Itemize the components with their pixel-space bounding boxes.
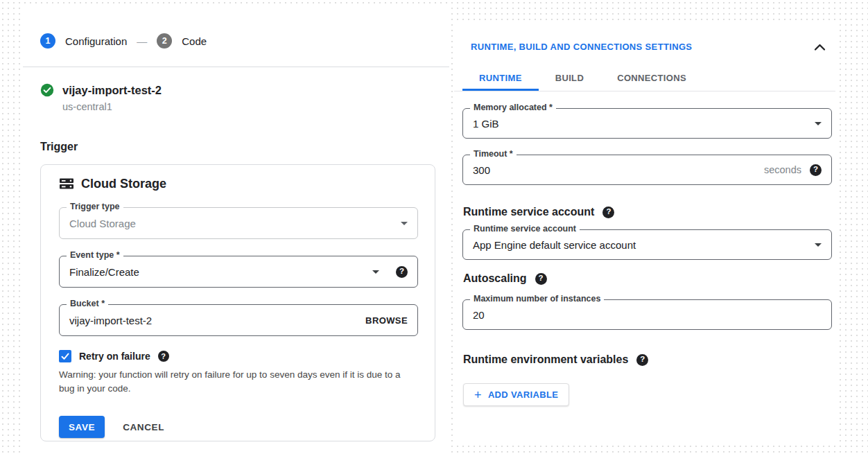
max-instances-value: 20: [473, 309, 822, 321]
chevron-up-icon[interactable]: [814, 43, 826, 51]
retry-label[interactable]: Retry on failure: [79, 351, 150, 362]
trigger-heading: Trigger: [40, 141, 78, 153]
tab-build[interactable]: BUILD: [539, 64, 600, 91]
timeout-unit: seconds: [764, 164, 801, 175]
env-vars-help-icon[interactable]: ?: [636, 354, 648, 366]
chevron-down-icon: [815, 243, 822, 247]
stepper-divider: [23, 67, 449, 67]
env-vars-heading-row: Runtime environment variables ?: [463, 353, 648, 366]
chevron-down-icon: [372, 270, 379, 274]
cancel-button[interactable]: CANCEL: [123, 422, 164, 432]
max-instances-input[interactable]: Maximum number of instances 20: [462, 299, 832, 330]
autoscaling-heading-row: Autoscaling ?: [463, 272, 547, 285]
chevron-down-icon: [815, 122, 822, 125]
max-instances-label: Maximum number of instances: [470, 294, 604, 304]
memory-allocated-label: Memory allocated *: [470, 103, 556, 112]
service-account-heading-row: Runtime service account ?: [463, 206, 614, 218]
trigger-type-select[interactable]: Trigger type Cloud Storage: [59, 207, 418, 239]
browse-button[interactable]: BROWSE: [365, 315, 408, 326]
timeout-input[interactable]: Timeout * 300 seconds ?: [462, 155, 832, 185]
tab-runtime[interactable]: RUNTIME: [462, 64, 539, 91]
page: { "icons": { "help_glyph": "?", "plus_gl…: [0, 0, 868, 456]
event-type-help-icon[interactable]: ?: [396, 266, 408, 278]
step-2-circle[interactable]: 2: [157, 33, 172, 49]
service-account-select[interactable]: Runtime service account App Engine defau…: [462, 229, 832, 260]
memory-allocated-select[interactable]: Memory allocated * 1 GiB: [462, 108, 832, 139]
trigger-card-title: Cloud Storage: [81, 177, 166, 191]
trigger-card: Cloud Storage Trigger type Cloud Storage…: [40, 164, 435, 441]
chevron-down-icon: [401, 222, 408, 225]
timeout-label: Timeout *: [470, 149, 517, 159]
tab-connections[interactable]: CONNECTIONS: [600, 64, 703, 91]
function-name-row: vijay-import-test-2: [40, 83, 162, 97]
function-name: vijay-import-test-2: [62, 84, 162, 97]
settings-header-link[interactable]: RUNTIME, BUILD AND CONNECTIONS SETTINGS: [471, 42, 692, 52]
service-account-help-icon[interactable]: ?: [602, 207, 614, 218]
retry-row: Retry on failure ?: [59, 350, 169, 362]
env-vars-heading: Runtime environment variables: [463, 353, 628, 366]
event-type-label: Event type *: [67, 250, 123, 260]
add-variable-label: ADD VARIABLE: [488, 389, 558, 400]
autoscaling-help-icon[interactable]: ?: [535, 273, 547, 285]
settings-tabs: RUNTIME BUILD CONNECTIONS: [454, 64, 835, 91]
event-type-value: Finalize/Create: [69, 266, 372, 278]
configuration-panel: 1 Configuration — 2 Code vijay-import-te…: [23, 7, 449, 456]
service-account-value: App Engine default service account: [473, 239, 815, 251]
service-account-heading: Runtime service account: [463, 206, 594, 218]
check-circle-icon: [40, 83, 54, 97]
retry-checkbox[interactable]: [59, 350, 71, 362]
step-separator: —: [137, 35, 147, 47]
card-actions: SAVE CANCEL: [59, 416, 164, 438]
save-button[interactable]: SAVE: [59, 416, 105, 438]
timeout-value: 300: [473, 164, 764, 176]
step-1-label[interactable]: Configuration: [65, 35, 127, 47]
trigger-type-value: Cloud Storage: [69, 218, 401, 229]
autoscaling-heading: Autoscaling: [463, 272, 527, 285]
plus-icon: +: [474, 389, 482, 401]
bucket-value: vijay-import-test-2: [69, 315, 365, 326]
cloud-storage-icon: [59, 176, 74, 191]
add-variable-button[interactable]: + ADD VARIABLE: [463, 383, 569, 406]
retry-help-icon[interactable]: ?: [158, 351, 169, 362]
stepper: 1 Configuration — 2 Code: [40, 33, 207, 49]
bucket-label: Bucket *: [67, 299, 108, 308]
memory-allocated-value: 1 GiB: [473, 118, 815, 130]
function-region: us-central1: [62, 101, 112, 112]
bucket-input[interactable]: Bucket * vijay-import-test-2 BROWSE: [59, 304, 418, 336]
trigger-type-label: Trigger type: [67, 202, 123, 211]
service-account-field-label: Runtime service account: [470, 224, 580, 234]
timeout-help-icon[interactable]: ?: [810, 164, 822, 176]
step-1-circle[interactable]: 1: [40, 33, 55, 49]
runtime-settings-panel: RUNTIME, BUILD AND CONNECTIONS SETTINGS …: [454, 24, 835, 444]
retry-warning-text: Warning: your function will retry on fai…: [59, 368, 417, 396]
step-2-label[interactable]: Code: [182, 35, 207, 47]
event-type-select[interactable]: Event type * Finalize/Create ?: [59, 256, 418, 288]
settings-header-row: RUNTIME, BUILD AND CONNECTIONS SETTINGS: [471, 42, 826, 52]
trigger-card-title-row: Cloud Storage: [59, 176, 166, 191]
